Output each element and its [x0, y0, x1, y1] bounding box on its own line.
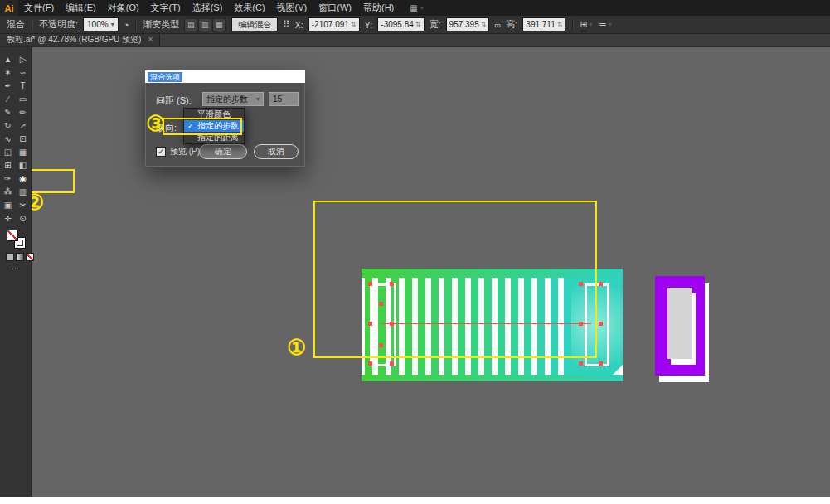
column-graph-tool[interactable]: ▥ — [16, 185, 31, 198]
stroke-type-icon-2[interactable]: ▥ — [198, 18, 211, 32]
transform-menu[interactable]: ⊞ ▾ — [580, 19, 592, 30]
rotate-tool[interactable]: ↻ — [1, 119, 16, 132]
direct-selection-tool[interactable]: ▷ — [16, 52, 31, 65]
menu-item-2[interactable]: 编辑(E) — [60, 0, 102, 16]
menu-item-9[interactable]: 帮助(H) — [357, 0, 400, 16]
width-field[interactable]: 957.395 ⇅ — [446, 17, 490, 32]
color-button[interactable] — [6, 253, 14, 261]
spinner-icon[interactable]: ⇅ — [481, 18, 487, 31]
eyedropper-tool[interactable]: ✑ — [1, 172, 16, 185]
stroke-type-icon-3[interactable]: ▦ — [212, 18, 226, 32]
shape-builder-tool[interactable]: ◱ — [1, 145, 16, 158]
spinner-icon[interactable]: ⇅ — [557, 18, 563, 31]
spacing-option[interactable]: ✓指定的步数 — [184, 120, 244, 132]
menu-item-5[interactable]: 选择(S) — [187, 0, 229, 16]
hand-tool[interactable]: ✛ — [1, 211, 16, 225]
fill-swatch[interactable] — [7, 230, 18, 241]
menu-item-6[interactable]: 效果(C) — [228, 0, 270, 16]
menu-item-7[interactable]: 视图(V) — [271, 0, 313, 16]
stroke-type-icon-1[interactable]: ▤ — [184, 18, 197, 32]
spinner-icon[interactable]: ⇅ — [415, 18, 421, 31]
check-icon: ✓ — [187, 122, 195, 130]
divider — [32, 19, 32, 31]
preview-checkbox[interactable]: ✓ 预览 (P) — [156, 146, 200, 158]
chevron-down-icon: ▾ — [420, 4, 424, 12]
x-field[interactable]: -2107.091 ⇅ — [308, 17, 360, 32]
menu-item-8[interactable]: 窗口(W) — [313, 0, 357, 16]
zoom-tool[interactable]: ⊙ — [16, 211, 31, 225]
gradient-tool[interactable]: ◧ — [16, 158, 31, 172]
steps-input[interactable]: 15 — [269, 92, 299, 106]
blend-top-band — [362, 269, 623, 278]
magic-wand-tool[interactable]: ✶ — [1, 65, 16, 79]
spacing-option[interactable]: 平滑颜色 — [184, 109, 244, 120]
artboard-tool[interactable]: ▣ — [1, 198, 16, 211]
align-menu[interactable]: ≔ ▾ — [598, 19, 612, 30]
mesh-tool[interactable]: ⊞ — [1, 158, 16, 172]
anchor-point — [599, 282, 603, 286]
height-field[interactable]: 391.711 ⇅ — [522, 17, 565, 32]
document-tab[interactable]: 教程.ai* @ 42.78% (RGB/GPU 预览) × — [0, 33, 160, 46]
spacing-select[interactable]: 指定的步数 ▾ — [202, 92, 264, 106]
cancel-button[interactable]: 取消 — [254, 144, 299, 159]
spacing-option[interactable]: 指定的距离 — [184, 132, 244, 143]
pencil-tool[interactable]: ✏ — [16, 105, 31, 119]
option-label: 平滑颜色 — [197, 109, 231, 120]
anchor-point — [390, 361, 394, 366]
type-tool[interactable]: T — [16, 79, 31, 92]
menu-item-4[interactable]: 文字(T) — [145, 0, 187, 16]
edit-toolbar-icon[interactable]: ⋯ — [0, 264, 31, 273]
blend-step-bar — [537, 269, 545, 381]
purple-letter-shape[interactable] — [655, 276, 705, 376]
dialog-title-bar[interactable]: 混合选项 — [145, 70, 305, 83]
blend-step-bar — [458, 269, 465, 381]
ok-button[interactable]: 确定 — [199, 144, 247, 159]
y-label: Y: — [365, 20, 373, 30]
perspective-grid-tool[interactable]: ▦ — [16, 145, 31, 158]
dialog-title: 混合选项 — [148, 72, 182, 82]
reference-point-icon[interactable]: ⠿ — [283, 19, 289, 30]
selection-tool[interactable]: ▲ — [1, 52, 16, 65]
lasso-tool[interactable]: ∽ — [16, 65, 31, 79]
chevron-down-icon: ▾ — [590, 21, 593, 28]
width-tool[interactable]: ∿ — [1, 132, 16, 145]
scale-tool[interactable]: ↗ — [16, 119, 31, 132]
fill-stroke-swatches[interactable] — [7, 230, 27, 250]
slice-tool[interactable]: ✂ — [16, 198, 31, 211]
dialog-body: 间距 (S): 指定的步数 ▾ 15 取向: 平滑颜色✓指定的步数指定的距离 ✓… — [145, 83, 305, 167]
blend-tool[interactable]: ◉ — [16, 172, 31, 185]
anchor-point — [579, 282, 583, 286]
object-type-label: 混合 — [7, 18, 25, 31]
workspace-icon: ▦ — [410, 3, 417, 12]
edit-blend-button[interactable]: 编辑混合 — [231, 17, 278, 32]
menu-item-1[interactable]: 文件(F) — [18, 0, 60, 16]
spinner-icon[interactable]: ⇅ — [351, 18, 357, 31]
blend-object[interactable] — [362, 269, 623, 381]
width-value: 957.395 — [449, 18, 479, 31]
line-tool[interactable]: ∕ — [1, 92, 16, 105]
blend-bottom-band — [362, 375, 623, 381]
close-icon[interactable]: × — [148, 33, 153, 46]
menu-bar: Ai 文件(F)编辑(E)对象(O)文字(T)选择(S)效果(C)视图(V)窗口… — [0, 0, 830, 16]
workspace-switcher[interactable]: ▦ ▾ — [410, 3, 423, 12]
blend-spine — [381, 323, 591, 324]
tools-panel: ▲▷✶∽✒T∕▭✎✏↻↗∿⊡◱▦⊞◧✑◉⁂▥▣✂✛⊙ ⋯ — [0, 47, 32, 497]
gradient-button[interactable] — [16, 253, 24, 261]
menu-list: 文件(F)编辑(E)对象(O)文字(T)选择(S)效果(C)视图(V)窗口(W)… — [18, 0, 400, 16]
x-value: -2107.091 — [312, 18, 349, 31]
step-1-marker: ① — [287, 337, 306, 358]
constrain-proportions-icon[interactable]: ∞ — [494, 20, 501, 30]
option-label: 指定的距离 — [197, 132, 239, 143]
y-field[interactable]: -3095.84 ⇅ — [377, 17, 424, 32]
blend-step-bar — [498, 269, 505, 381]
none-button[interactable] — [26, 253, 34, 261]
free-transform-tool[interactable]: ⊡ — [16, 132, 31, 145]
paintbrush-tool[interactable]: ✎ — [1, 105, 16, 119]
menu-item-3[interactable]: 对象(O) — [102, 0, 145, 16]
opacity-select[interactable]: 100% ▾ — [83, 17, 119, 32]
rectangle-tool[interactable]: ▭ — [16, 92, 31, 105]
symbol-sprayer-tool[interactable]: ⁂ — [1, 185, 16, 198]
recolor-artwork-icon[interactable]: ◔ — [124, 20, 129, 30]
transform-icon: ⊞ — [580, 19, 587, 30]
pen-tool[interactable]: ✒ — [1, 79, 16, 92]
